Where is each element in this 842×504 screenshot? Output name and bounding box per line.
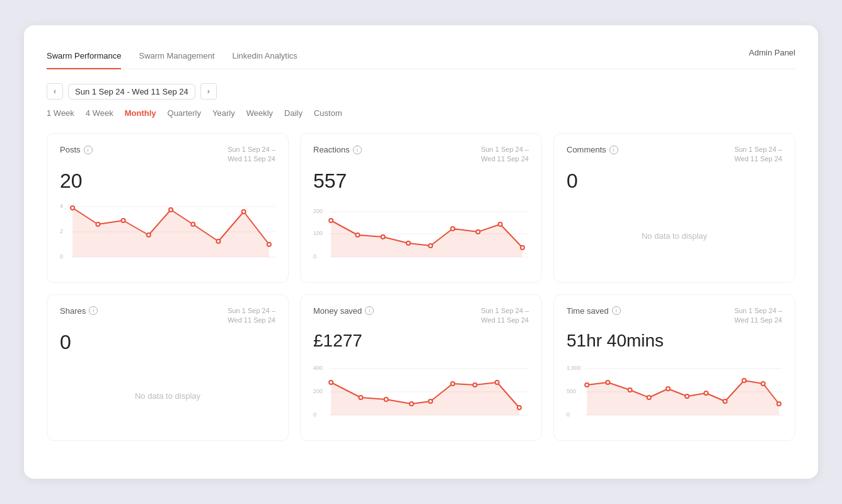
- svg-point-8: [122, 219, 125, 222]
- time-info-icon[interactable]: i: [612, 306, 621, 315]
- svg-point-54: [647, 396, 651, 399]
- svg-text:500: 500: [567, 388, 576, 394]
- svg-point-55: [666, 387, 670, 391]
- period-filters: 1 Week 4 Week Monthly Quarterly Yearly W…: [47, 108, 795, 118]
- reactions-info-icon[interactable]: i: [353, 146, 362, 154]
- card-shares-title: Shares i: [60, 306, 98, 316]
- shares-info-icon[interactable]: i: [89, 306, 98, 315]
- card-money-title: Money saved i: [313, 306, 374, 316]
- svg-point-43: [495, 381, 499, 384]
- svg-text:100: 100: [313, 230, 323, 236]
- svg-point-37: [359, 396, 362, 399]
- card-time-saved: Time saved i Sun 1 Sep 24 –Wed 11 Sep 24…: [553, 294, 795, 441]
- svg-text:0: 0: [60, 253, 63, 260]
- svg-text:1,000: 1,000: [567, 365, 581, 371]
- svg-point-38: [384, 398, 388, 401]
- main-card: Swarm Performance Swarm Management Linke…: [24, 25, 818, 479]
- card-shares-header: Shares i Sun 1 Sep 24 –Wed 11 Sep 24: [60, 306, 275, 326]
- svg-point-27: [476, 230, 480, 234]
- svg-point-41: [451, 382, 454, 386]
- card-posts-value: 20: [60, 169, 275, 193]
- svg-point-24: [407, 241, 410, 245]
- card-reactions-title: Reactions i: [313, 145, 362, 154]
- card-time-header: Time saved i Sun 1 Sep 24 –Wed 11 Sep 24: [567, 306, 782, 326]
- svg-point-9: [147, 233, 151, 237]
- card-reactions: Reactions i Sun 1 Sep 24 –Wed 11 Sep 24 …: [300, 133, 542, 283]
- card-time-chart: 1,000 500 0: [567, 358, 782, 430]
- period-custom[interactable]: Custom: [314, 108, 342, 118]
- card-comments-title: Comments i: [567, 145, 618, 154]
- card-time-value: 51hr 40mins: [567, 331, 782, 351]
- svg-point-14: [267, 243, 271, 246]
- svg-text:400: 400: [313, 365, 323, 371]
- card-reactions-value: 557: [313, 169, 529, 193]
- card-money-header: Money saved i Sun 1 Sep 24 –Wed 11 Sep 2…: [313, 306, 529, 326]
- svg-text:0: 0: [313, 411, 316, 418]
- svg-point-21: [329, 219, 333, 222]
- svg-point-59: [742, 379, 746, 382]
- prev-date-button[interactable]: ‹: [47, 83, 63, 100]
- svg-point-23: [381, 235, 385, 239]
- svg-point-53: [628, 388, 632, 392]
- period-daily[interactable]: Daily: [284, 108, 303, 118]
- svg-point-52: [606, 381, 609, 384]
- card-posts-chart: 4 2 0: [60, 200, 275, 272]
- card-reactions-chart: 200 100 0: [313, 200, 529, 272]
- card-reactions-header: Reactions i Sun 1 Sep 24 –Wed 11 Sep 24: [313, 145, 529, 164]
- svg-point-7: [96, 222, 100, 226]
- card-posts-date: Sun 1 Sep 24 –Wed 11 Sep 24: [228, 145, 275, 164]
- admin-panel-link[interactable]: Admin Panel: [749, 48, 795, 65]
- card-money-chart: 400 200 0: [313, 358, 529, 430]
- top-nav: Swarm Performance Swarm Management Linke…: [47, 44, 795, 69]
- card-shares: Shares i Sun 1 Sep 24 –Wed 11 Sep 24 0 N…: [47, 294, 289, 441]
- svg-point-44: [517, 406, 521, 410]
- card-shares-no-data: No data to display: [60, 362, 275, 430]
- svg-text:0: 0: [313, 253, 316, 260]
- svg-point-26: [451, 227, 454, 231]
- card-shares-date: Sun 1 Sep 24 –Wed 11 Sep 24: [228, 306, 275, 326]
- svg-point-22: [355, 233, 359, 237]
- tab-swarm-performance[interactable]: Swarm Performance: [47, 45, 121, 69]
- period-quarterly[interactable]: Quarterly: [168, 108, 201, 118]
- card-money-value: £1277: [313, 331, 529, 351]
- svg-point-36: [329, 381, 333, 384]
- card-money-date: Sun 1 Sep 24 –Wed 11 Sep 24: [481, 306, 529, 326]
- card-comments-header: Comments i Sun 1 Sep 24 –Wed 11 Sep 24: [567, 145, 782, 164]
- svg-point-6: [71, 206, 74, 210]
- card-time-date: Sun 1 Sep 24 –Wed 11 Sep 24: [734, 306, 782, 326]
- card-comments-no-data: No data to display: [567, 200, 782, 272]
- svg-point-39: [410, 402, 413, 406]
- card-posts-title: Posts i: [60, 145, 93, 154]
- svg-point-10: [169, 208, 173, 212]
- date-nav: ‹ Sun 1 Sep 24 - Wed 11 Sep 24 ›: [47, 83, 795, 100]
- card-comments: Comments i Sun 1 Sep 24 –Wed 11 Sep 24 0…: [553, 133, 795, 283]
- svg-point-60: [761, 382, 765, 386]
- next-date-button[interactable]: ›: [200, 83, 217, 100]
- svg-point-40: [429, 399, 432, 403]
- svg-text:0: 0: [567, 411, 570, 418]
- svg-point-13: [242, 210, 246, 214]
- period-yearly[interactable]: Yearly: [212, 108, 235, 118]
- card-comments-date: Sun 1 Sep 24 –Wed 11 Sep 24: [734, 145, 782, 164]
- svg-point-29: [521, 246, 524, 249]
- svg-point-58: [723, 399, 727, 403]
- money-info-icon[interactable]: i: [365, 306, 374, 315]
- period-1week[interactable]: 1 Week: [47, 108, 74, 118]
- card-money-saved: Money saved i Sun 1 Sep 24 –Wed 11 Sep 2…: [300, 294, 542, 441]
- svg-text:200: 200: [313, 208, 323, 214]
- date-range-label: Sun 1 Sep 24 - Wed 11 Sep 24: [68, 84, 195, 100]
- svg-point-11: [191, 222, 195, 226]
- svg-point-42: [473, 383, 476, 387]
- period-weekly[interactable]: Weekly: [246, 108, 273, 118]
- svg-point-28: [499, 222, 502, 226]
- comments-info-icon[interactable]: i: [609, 146, 618, 154]
- period-monthly[interactable]: Monthly: [125, 108, 156, 118]
- posts-info-icon[interactable]: i: [84, 146, 93, 154]
- card-time-title: Time saved i: [567, 306, 621, 316]
- card-reactions-date: Sun 1 Sep 24 –Wed 11 Sep 24: [481, 145, 529, 164]
- tab-swarm-management[interactable]: Swarm Management: [139, 45, 214, 69]
- card-shares-value: 0: [60, 331, 275, 354]
- period-4week[interactable]: 4 Week: [86, 108, 113, 118]
- svg-point-61: [777, 402, 781, 406]
- tab-linkedin-analytics[interactable]: Linkedin Analytics: [232, 45, 297, 69]
